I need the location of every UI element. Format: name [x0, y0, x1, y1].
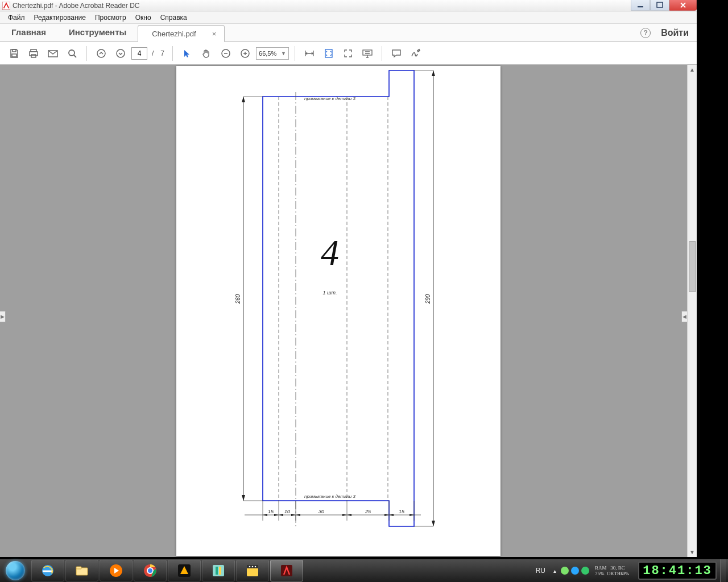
acrobat-icon	[2, 2, 10, 10]
page-down-icon[interactable]	[112, 45, 129, 62]
search-icon[interactable]	[64, 45, 81, 62]
zoom-out-icon[interactable]	[217, 45, 234, 62]
tab-home-label: Главная	[11, 27, 46, 37]
svg-rect-15	[363, 50, 372, 55]
separator	[295, 46, 295, 61]
tab-tools-label: Инструменты	[69, 27, 126, 37]
sign-icon[interactable]	[407, 45, 424, 62]
page-number-input[interactable]	[131, 47, 147, 60]
clock-time: 18:41:13	[643, 564, 697, 578]
sys-date: 30, ВС	[610, 565, 625, 571]
toolbar: / 7 66,5%▼	[0, 42, 697, 65]
tab-home[interactable]: Главная	[0, 23, 57, 41]
menu-edit[interactable]: Редактирование	[30, 13, 90, 23]
taskbar-media[interactable]	[100, 560, 133, 581]
page-sep: /	[150, 49, 156, 57]
tab-close-button[interactable]: ×	[212, 30, 217, 38]
taskbar-ie[interactable]	[31, 560, 64, 581]
tray-icon-3[interactable]	[581, 567, 589, 575]
svg-rect-1	[638, 6, 643, 7]
tray-icon-2[interactable]	[571, 567, 579, 575]
system-monitor[interactable]: RAM 30, ВС 75% ОКТЯБРЬ	[590, 565, 634, 576]
menu-bar: Файл Редактирование Просмотр Окно Справк…	[0, 11, 697, 24]
scroll-thumb[interactable]	[689, 241, 696, 292]
taskbar-explorer[interactable]	[65, 560, 98, 581]
read-mode-icon[interactable]	[359, 45, 376, 62]
part-number: 4	[321, 232, 339, 273]
chevron-down-icon: ▼	[281, 51, 286, 56]
tab-document[interactable]: Chertezhi.pdf ×	[138, 25, 225, 42]
page-up-icon[interactable]	[93, 45, 110, 62]
svg-rect-35	[76, 567, 81, 569]
language-indicator[interactable]: RU	[531, 567, 550, 575]
tray-icon-1[interactable]	[561, 567, 569, 575]
separator	[172, 46, 173, 61]
separator	[382, 46, 382, 61]
window-title: Chertezhi.pdf - Adobe Acrobat Reader DC	[13, 2, 139, 10]
hand-tool-icon[interactable]	[198, 45, 215, 62]
svg-point-9	[69, 50, 75, 56]
login-button[interactable]: Войти	[661, 28, 689, 38]
svg-rect-40	[213, 565, 224, 576]
help-button[interactable]: ?	[640, 28, 651, 38]
taskbar-chrome[interactable]	[134, 560, 167, 581]
svg-point-38	[147, 568, 153, 573]
dim-b1: 15	[268, 509, 274, 514]
desktop-clock[interactable]: 18:41:13	[638, 562, 697, 580]
page-total: 7	[158, 49, 167, 57]
menu-view[interactable]: Просмотр	[90, 13, 131, 23]
svg-point-10	[97, 49, 105, 57]
part-qty: 1 шт.	[323, 290, 337, 296]
start-button[interactable]	[0, 559, 31, 582]
fullscreen-icon[interactable]	[340, 45, 357, 62]
tab-tools[interactable]: Инструменты	[57, 23, 138, 41]
dim-right: 290	[425, 294, 431, 304]
taskbar-app1[interactable]	[202, 560, 235, 581]
dim-b4: 25	[365, 509, 371, 514]
menu-file[interactable]: Файл	[3, 13, 30, 23]
mail-icon[interactable]	[44, 45, 61, 62]
note-top: примыкание к детали 3	[304, 96, 355, 101]
technical-drawing: 4 1 шт. примыкание к детали 3 примыкание…	[176, 66, 500, 556]
menu-help[interactable]: Справка	[156, 13, 192, 23]
svg-point-45	[249, 566, 251, 568]
svg-rect-2	[657, 2, 663, 7]
note-bottom: примыкание к детали 3	[304, 494, 355, 499]
vertical-scrollbar[interactable]: ▲ ▼	[687, 65, 697, 557]
fit-page-icon[interactable]	[320, 45, 337, 62]
scroll-down-icon[interactable]: ▼	[688, 547, 697, 557]
svg-point-47	[255, 566, 257, 568]
dim-b3: 30	[318, 509, 324, 514]
window-maximize-button[interactable]	[650, 0, 669, 11]
comment-icon[interactable]	[388, 45, 405, 62]
dim-b2: 10	[284, 509, 290, 514]
window-minimize-button[interactable]	[631, 0, 650, 11]
svg-rect-14	[325, 49, 332, 57]
svg-rect-42	[219, 567, 221, 575]
window-close-button[interactable]	[669, 0, 697, 11]
nav-pane-toggle-left[interactable]: ▶	[0, 311, 6, 322]
zoom-in-icon[interactable]	[237, 45, 254, 62]
windows-orb-icon	[6, 561, 25, 580]
taskbar-acrobat[interactable]	[270, 560, 303, 581]
sys-ram-label: RAM	[595, 565, 607, 571]
pdf-page: 4 1 шт. примыкание к детали 3 примыкание…	[176, 66, 500, 556]
zoom-value: 66,5%	[259, 50, 276, 57]
scroll-up-icon[interactable]: ▲	[688, 65, 697, 74]
nav-pane-toggle-right[interactable]: ◀	[681, 311, 687, 322]
tab-document-label: Chertezhi.pdf	[152, 30, 196, 38]
tray-overflow-icon[interactable]: ▴	[550, 568, 560, 574]
document-viewport[interactable]: ▶ ◀ ▲ ▼	[0, 65, 697, 557]
taskbar-app2[interactable]	[236, 560, 269, 581]
tabs-row: Главная Инструменты Chertezhi.pdf × ? Во…	[0, 24, 697, 42]
print-icon[interactable]	[25, 45, 42, 62]
window-titlebar: Chertezhi.pdf - Adobe Acrobat Reader DC	[0, 0, 697, 11]
menu-window[interactable]: Окно	[131, 13, 156, 23]
save-icon[interactable]	[6, 45, 23, 62]
svg-point-46	[252, 566, 254, 568]
svg-rect-6	[30, 52, 38, 56]
taskbar-aimp[interactable]	[168, 560, 201, 581]
fit-width-icon[interactable]	[301, 45, 318, 62]
zoom-select[interactable]: 66,5%▼	[256, 47, 289, 60]
select-tool-icon[interactable]	[179, 45, 196, 62]
